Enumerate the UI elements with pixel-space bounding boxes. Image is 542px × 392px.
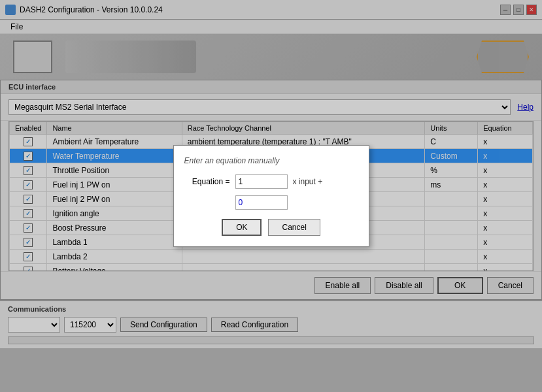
equation-row: Equation = x input + xyxy=(184,174,358,189)
equation-input[interactable] xyxy=(235,174,288,189)
modal-overlay: Enter an equation manually Equation = x … xyxy=(0,0,542,392)
equation-suffix: x input + xyxy=(293,177,323,186)
equation-modal: Enter an equation manually Equation = x … xyxy=(173,145,369,247)
modal-cancel-button[interactable]: Cancel xyxy=(268,219,320,236)
modal-ok-button[interactable]: OK xyxy=(222,219,262,236)
equation-label: Equation = xyxy=(184,177,230,186)
offset-input[interactable] xyxy=(235,195,288,210)
modal-title: Enter an equation manually xyxy=(184,156,358,165)
offset-row xyxy=(184,195,358,210)
modal-button-row: OK Cancel xyxy=(184,219,358,236)
